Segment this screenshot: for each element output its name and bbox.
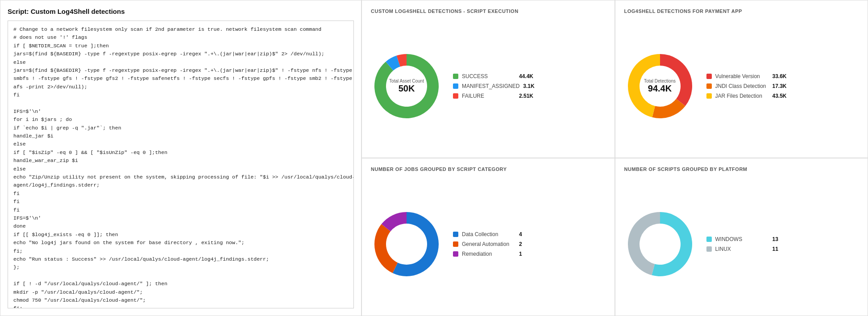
- legend-item: MANIFEST_ASSIGNED3.1K: [453, 83, 535, 89]
- legend-color-dot: [706, 237, 712, 242]
- chart-bottom-left: NUMBER OF JOBS GROUPED BY SCRIPT CATEGOR…: [361, 158, 615, 316]
- legend-color-dot: [706, 74, 712, 79]
- legend-bottom-right: WINDOWS13LINUX11: [706, 236, 778, 252]
- legend-color-dot: [706, 83, 712, 89]
- legend-item: JAR Files Detection43.5K: [706, 93, 787, 99]
- legend-item: Data Collection4: [453, 231, 522, 237]
- chart-top-left: CUSTOM LOG4SHELL DETECTIONS - SCRIPT EXE…: [361, 0, 615, 158]
- chart-top-right: LOG4SHELL DETECTIONS FOR PAYMENT APP Tot…: [615, 0, 868, 158]
- legend-item: SUCCESS44.4K: [453, 73, 535, 79]
- legend-item: WINDOWS13: [706, 236, 778, 242]
- legend-value: 4: [519, 231, 522, 237]
- legend-label: JAR Files Detection: [715, 93, 769, 99]
- chart-top-left-content: Total Asset Count 50K SUCCESS44.4KMANIFE…: [371, 20, 606, 152]
- legend-color-dot: [453, 232, 458, 237]
- legend-label: LINUX: [715, 246, 769, 252]
- donut-top-left-center-title: Total Asset Count: [389, 79, 424, 83]
- legend-item: JNDI Class Detection17.3K: [706, 83, 787, 89]
- legend-value: 2: [519, 241, 522, 247]
- legend-value: 3.1K: [523, 83, 534, 89]
- legend-bottom-left: Data Collection4General Automation2Remed…: [453, 231, 522, 257]
- donut-top-right-center-title: Total Detections: [644, 79, 676, 83]
- donut-top-left-center: Total Asset Count 50K: [389, 79, 424, 94]
- legend-label: Data Collection: [462, 231, 515, 237]
- code-block[interactable]: # Change to a network filesystem only sc…: [8, 21, 354, 308]
- legend-value: 2.51K: [519, 93, 533, 99]
- chart-top-right-title: LOG4SHELL DETECTIONS FOR PAYMENT APP: [624, 8, 859, 14]
- legend-item: FAILURE2.51K: [453, 93, 535, 99]
- legend-item: General Automation2: [453, 241, 522, 247]
- legend-label: WINDOWS: [715, 236, 769, 242]
- donut-top-left: Total Asset Count 50K: [371, 50, 442, 122]
- donut-top-left-center-value: 50K: [389, 83, 424, 94]
- legend-color-dot: [706, 93, 712, 99]
- legend-top-left: SUCCESS44.4KMANIFEST_ASSIGNED3.1KFAILURE…: [453, 73, 535, 99]
- legend-color-dot: [453, 241, 458, 247]
- donut-bottom-left: [371, 208, 442, 280]
- legend-item: Vulnerable Version33.6K: [706, 73, 787, 79]
- legend-value: 17.3K: [772, 83, 787, 89]
- chart-bottom-right: NUMBER OF SCRIPTS GROUPED BY PLATFORM WI…: [615, 158, 868, 316]
- legend-label: MANIFEST_ASSIGNED: [462, 83, 519, 89]
- left-panel: Script: Custom Log4Shell detections # Ch…: [0, 0, 361, 316]
- legend-color-dot: [453, 93, 458, 99]
- chart-bottom-left-title: NUMBER OF JOBS GROUPED BY SCRIPT CATEGOR…: [371, 166, 606, 172]
- left-panel-title: Script: Custom Log4Shell detections: [8, 8, 354, 15]
- donut-bottom-right: [624, 208, 696, 280]
- chart-bottom-right-title: NUMBER OF SCRIPTS GROUPED BY PLATFORM: [624, 166, 859, 172]
- legend-value: 44.4K: [519, 73, 533, 79]
- legend-value: 33.6K: [772, 73, 787, 79]
- chart-bottom-left-content: Data Collection4General Automation2Remed…: [371, 178, 606, 310]
- legend-label: General Automation: [462, 241, 515, 247]
- legend-label: Remediation: [462, 251, 515, 257]
- legend-value: 13: [772, 236, 778, 242]
- legend-value: 43.5K: [772, 93, 787, 99]
- legend-item: Remediation1: [453, 251, 522, 257]
- legend-value: 11: [772, 246, 778, 252]
- legend-color-dot: [453, 74, 458, 79]
- legend-label: JNDI Class Detection: [715, 83, 769, 89]
- chart-top-right-content: Total Detections 94.4K Vulnerable Versio…: [624, 20, 859, 152]
- legend-label: SUCCESS: [462, 73, 515, 79]
- legend-color-dot: [706, 246, 712, 252]
- legend-top-right: Vulnerable Version33.6KJNDI Class Detect…: [706, 73, 787, 99]
- legend-color-dot: [453, 83, 458, 89]
- legend-item: LINUX11: [706, 246, 778, 252]
- donut-top-right-center-value: 94.4K: [644, 83, 676, 94]
- legend-value: 1: [519, 251, 522, 257]
- donut-top-right-center: Total Detections 94.4K: [644, 79, 676, 94]
- legend-color-dot: [453, 251, 458, 257]
- chart-bottom-right-content: WINDOWS13LINUX11: [624, 178, 859, 310]
- chart-top-left-title: CUSTOM LOG4SHELL DETECTIONS - SCRIPT EXE…: [371, 8, 606, 14]
- legend-label: Vulnerable Version: [715, 73, 769, 79]
- donut-top-right: Total Detections 94.4K: [624, 50, 696, 122]
- legend-label: FAILURE: [462, 93, 515, 99]
- right-panel: CUSTOM LOG4SHELL DETECTIONS - SCRIPT EXE…: [361, 0, 868, 316]
